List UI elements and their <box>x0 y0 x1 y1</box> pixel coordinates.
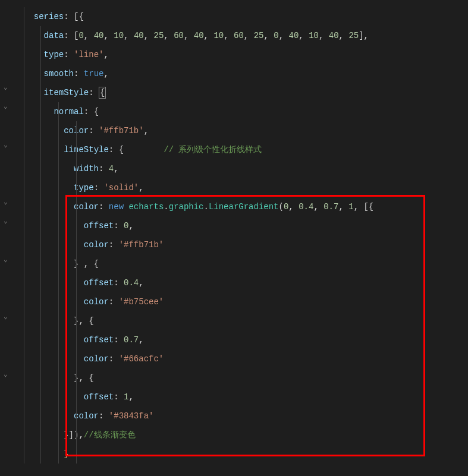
code-line[interactable]: offset: 0.7, <box>17 330 468 349</box>
prop-color: color <box>74 202 99 212</box>
fold-chevron-icon[interactable]: ⌄ <box>4 141 8 149</box>
comment: // 系列级个性化折线样式 <box>164 145 262 155</box>
code-line[interactable]: } , { <box>17 254 468 273</box>
prop-series: series <box>34 12 64 21</box>
code-line[interactable]: width: 4, <box>17 159 468 178</box>
code-line[interactable]: color: new echarts.graphic.LinearGradien… <box>17 197 468 216</box>
comment: //线条渐变色 <box>84 430 136 440</box>
code-line[interactable]: }, { <box>17 368 468 387</box>
code-line[interactable]: series: [{ <box>17 7 468 26</box>
prop-color: color <box>84 297 109 307</box>
prop-width: width <box>74 164 99 174</box>
prop-itemstyle: itemStyle <box>44 88 89 97</box>
code-line[interactable]: type: 'line', <box>17 45 468 64</box>
code-line[interactable]: data: [0, 40, 10, 40, 25, 60, 40, 10, 60… <box>17 26 468 45</box>
prop-smooth: smooth <box>44 69 74 78</box>
prop-color: color <box>84 240 109 250</box>
code-line[interactable]: color: '#ffb71b' <box>17 235 468 254</box>
fold-chevron-icon[interactable]: ⌄ <box>4 313 8 320</box>
fold-chevron-icon[interactable]: ⌄ <box>4 217 8 225</box>
prop-color: color <box>74 411 99 421</box>
prop-type: type <box>74 183 94 193</box>
code-line[interactable]: }]),//线条渐变色 <box>17 425 468 445</box>
code-line[interactable]: smooth: true, <box>17 64 468 83</box>
code-editor[interactable]: series: [{ data: [0, 40, 10, 40, 25, 60,… <box>17 0 468 464</box>
code-line[interactable]: type: 'solid', <box>17 178 468 197</box>
fold-chevron-icon[interactable]: ⌄ <box>4 83 8 91</box>
code-line[interactable]: offset: 0, <box>17 216 468 235</box>
prop-color: color <box>84 354 109 364</box>
code-line[interactable]: offset: 0.4, <box>17 273 468 292</box>
code-line[interactable]: color: '#b75cee' <box>17 292 468 311</box>
code-line[interactable]: normal: { <box>17 102 468 121</box>
prop-linestyle: lineStyle <box>64 145 109 155</box>
prop-offset: offset <box>84 221 114 231</box>
code-line[interactable]: color: '#3843fa' <box>17 406 468 425</box>
code-line[interactable]: } <box>17 445 468 464</box>
fold-chevron-icon[interactable]: ⌄ <box>4 370 8 378</box>
prop-type: type <box>44 50 64 59</box>
fold-chevron-icon[interactable]: ⌄ <box>4 198 8 206</box>
prop-offset: offset <box>84 278 114 288</box>
code-line[interactable]: itemStyle: { <box>17 83 468 102</box>
code-line[interactable]: offset: 1, <box>17 387 468 406</box>
code-line[interactable]: color: '#ffb71b', <box>17 121 468 140</box>
prop-data: data <box>44 31 64 40</box>
fold-gutter: ⌄ ⌄ ⌄ ⌄ ⌄ ⌄ ⌄ ⌄ <box>0 0 17 476</box>
code-line[interactable]: }, { <box>17 311 468 330</box>
fold-chevron-icon[interactable]: ⌄ <box>4 102 8 110</box>
fold-chevron-icon[interactable]: ⌄ <box>4 256 8 263</box>
code-line[interactable]: lineStyle: { // 系列级个性化折线样式 <box>17 140 468 159</box>
code-line[interactable]: color: '#66acfc' <box>17 349 468 368</box>
prop-offset: offset <box>84 335 114 345</box>
prop-offset: offset <box>84 392 114 402</box>
